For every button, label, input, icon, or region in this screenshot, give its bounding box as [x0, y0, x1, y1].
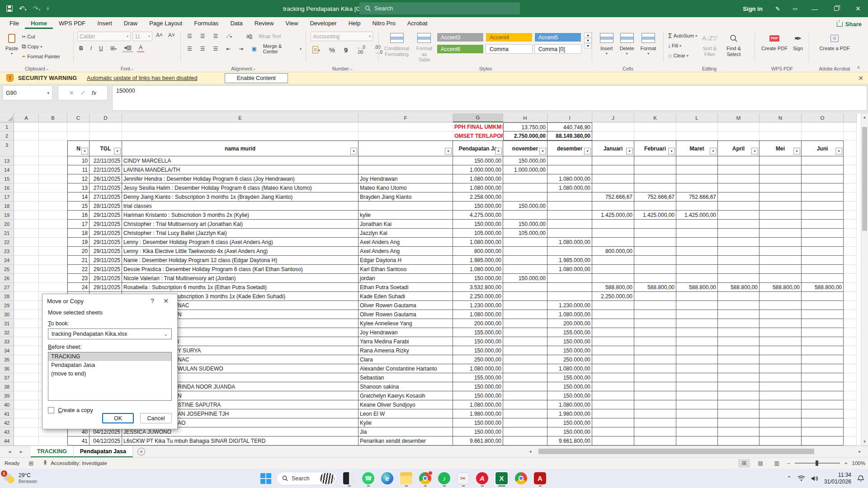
- cell-mei[interactable]: [760, 373, 802, 382]
- normal-view-icon[interactable]: ⊞: [738, 459, 750, 468]
- cell[interactable]: [14, 165, 39, 174]
- cell-november[interactable]: [503, 174, 547, 183]
- cell-mei[interactable]: [760, 418, 802, 427]
- cell[interactable]: [122, 131, 359, 141]
- tab-data[interactable]: Data: [224, 18, 248, 29]
- column-filter-header[interactable]: April▾: [718, 141, 760, 156]
- add-sheet-button[interactable]: +: [137, 448, 145, 455]
- vertical-scrollbar[interactable]: ▲ ▼: [861, 113, 868, 446]
- cell-januari[interactable]: 2.250.000,00: [592, 292, 634, 301]
- cell[interactable]: [844, 337, 857, 346]
- cell-pendapatan[interactable]: 1.080.000,00: [453, 364, 503, 373]
- column-header-B[interactable]: B: [39, 113, 67, 122]
- cell[interactable]: [122, 122, 359, 131]
- cell-maret[interactable]: [676, 436, 718, 446]
- cell-januari[interactable]: 1.425.000,00: [592, 211, 634, 220]
- cell-november[interactable]: [503, 373, 547, 382]
- cell[interactable]: [844, 436, 857, 446]
- number-format-select[interactable]: Accounting▾: [311, 32, 373, 41]
- cell-student[interactable]: [359, 165, 453, 174]
- zoom-slider[interactable]: [795, 463, 840, 464]
- cell-november[interactable]: [503, 301, 547, 310]
- cell-november[interactable]: [503, 346, 547, 355]
- cell-nama-murid[interactable]: Dessie Prastica : Desember Holiday Progr…: [122, 265, 359, 274]
- cell-desember[interactable]: [547, 229, 592, 238]
- cell-student[interactable]: Oliver Rowen Gautama: [359, 301, 453, 310]
- snipping-tool-icon-button[interactable]: ✂: [456, 471, 471, 486]
- cell-desember[interactable]: 150.000,00: [547, 382, 592, 391]
- cell[interactable]: [844, 202, 857, 211]
- filter-icon[interactable]: ▾: [835, 148, 842, 155]
- cell-nama-murid[interactable]: Denny Jiang Kianto : Subscription 3 mont…: [122, 192, 359, 202]
- cell[interactable]: [718, 131, 760, 141]
- cell-pendapatan[interactable]: 2.258.000,00: [453, 192, 503, 202]
- fill-color-icon[interactable]: ◂▨: [122, 44, 133, 52]
- cell-no[interactable]: 12: [67, 174, 90, 183]
- cell-april[interactable]: [718, 265, 760, 274]
- style-comma0[interactable]: Comma [0]: [534, 44, 581, 54]
- row-header-29[interactable]: 29: [0, 301, 14, 310]
- cell-tgl[interactable]: 29/11/2025: [90, 274, 122, 283]
- cell-no[interactable]: 11: [67, 165, 90, 174]
- filter-icon[interactable]: ▾: [445, 148, 452, 155]
- column-header-F[interactable]: F: [359, 113, 453, 122]
- cell-februari[interactable]: [634, 238, 676, 247]
- row-header-31[interactable]: 31: [0, 319, 14, 328]
- cell-juni[interactable]: [802, 364, 844, 373]
- cell-februari[interactable]: [634, 274, 676, 283]
- cell[interactable]: [14, 364, 39, 373]
- cell-tgl[interactable]: 22/11/2025: [90, 165, 122, 174]
- cell-tgl[interactable]: 29/11/2025: [90, 247, 122, 256]
- cell[interactable]: [359, 122, 453, 131]
- prev-sheet-icon[interactable]: ◄: [7, 449, 12, 454]
- cell-april[interactable]: [718, 238, 760, 247]
- cell-maret[interactable]: [676, 346, 718, 355]
- cell[interactable]: [844, 427, 857, 436]
- cell-pendapatan[interactable]: 3.532.800,00: [453, 283, 503, 292]
- cell-student[interactable]: Karl Ethan Santoso: [359, 265, 453, 274]
- cell[interactable]: [14, 283, 39, 292]
- cell-student[interactable]: Alexander Constantine Hartanto: [359, 364, 453, 373]
- sign-in-button[interactable]: Sign in: [737, 0, 768, 17]
- accounting-format-icon[interactable]: ¤▾: [311, 46, 322, 53]
- cell[interactable]: [14, 337, 39, 346]
- cell-april[interactable]: [718, 247, 760, 256]
- wps-sign-button[interactable]: ✒ Sign: [790, 31, 806, 53]
- cell-mei[interactable]: [760, 355, 802, 364]
- cell-november[interactable]: 1.000.000,00: [503, 165, 547, 174]
- column-header-M[interactable]: M: [718, 113, 760, 122]
- cell[interactable]: [14, 238, 39, 247]
- cell[interactable]: [634, 131, 676, 141]
- paste-button[interactable]: Paste▾: [3, 31, 21, 61]
- cell-februari[interactable]: [634, 418, 676, 427]
- cell-juni[interactable]: [802, 319, 844, 328]
- cell[interactable]: [760, 131, 802, 141]
- cell-april[interactable]: [718, 328, 760, 337]
- filter-icon[interactable]: ▾: [751, 148, 758, 155]
- cell[interactable]: [14, 319, 39, 328]
- cell-mei[interactable]: [760, 328, 802, 337]
- cell[interactable]: [14, 418, 39, 427]
- cell[interactable]: [39, 247, 67, 256]
- cell[interactable]: [14, 328, 39, 337]
- cell-april[interactable]: [718, 391, 760, 400]
- column-header-D[interactable]: D: [90, 113, 122, 122]
- taskbar-clock[interactable]: 11:34 31/01/2026: [824, 472, 851, 485]
- page-break-view-icon[interactable]: ▥: [771, 459, 783, 468]
- row-header-40[interactable]: 40: [0, 400, 14, 409]
- cell-no[interactable]: 21: [67, 256, 90, 265]
- cell-april[interactable]: [718, 165, 760, 174]
- tab-page-layout[interactable]: Page Layout: [143, 18, 188, 29]
- ok-button[interactable]: OK: [102, 413, 134, 423]
- restore-button[interactable]: [826, 0, 846, 17]
- red-a-app-icon-button[interactable]: A: [475, 471, 490, 486]
- cell-maret[interactable]: [676, 292, 718, 301]
- start-button[interactable]: [260, 473, 272, 484]
- cell-pendapatan[interactable]: 150.000,00: [453, 427, 503, 436]
- cell-februari[interactable]: [634, 202, 676, 211]
- cell-pendapatan[interactable]: 150.000,00: [453, 274, 503, 283]
- cell-pendapatan[interactable]: 200.000,00: [453, 319, 503, 328]
- cell-november[interactable]: 150.000,00: [503, 156, 547, 165]
- cell[interactable]: [844, 319, 857, 328]
- cell-student[interactable]: Axel Anders Ang: [359, 247, 453, 256]
